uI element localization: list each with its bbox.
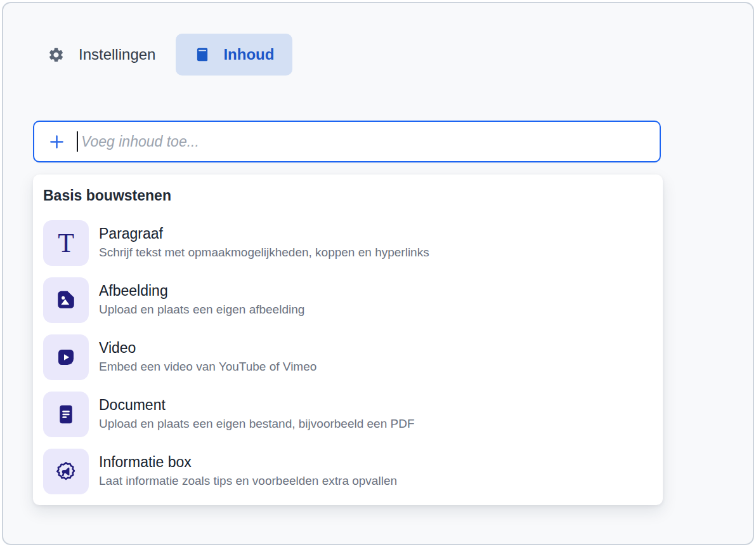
content-editor-card: Instellingen Inhoud Basis bouwstenen — [2, 2, 754, 545]
tab-bar: Instellingen Inhoud — [33, 34, 661, 76]
image-icon — [55, 289, 77, 312]
plus-icon — [48, 133, 66, 151]
block-item-informatie-box[interactable]: Informatie box Laat informatie zoals tip… — [43, 449, 653, 494]
block-description: Upload en plaats een eigen bestand, bijv… — [99, 416, 415, 432]
gear-icon — [48, 46, 65, 63]
block-title: Paragraaf — [99, 225, 429, 242]
tab-inhoud[interactable]: Inhoud — [176, 34, 292, 76]
tab-instellingen[interactable]: Instellingen — [48, 46, 155, 63]
video-icon — [55, 346, 77, 369]
text-caret — [77, 131, 78, 152]
block-title: Video — [99, 339, 316, 357]
block-item-afbeelding[interactable]: Afbeelding Upload en plaats een eigen af… — [43, 277, 653, 323]
block-description: Laat informatie zoals tips en voorbeelde… — [99, 473, 397, 489]
tab-inhoud-label: Inhoud — [223, 46, 274, 63]
block-icon-box: T — [43, 220, 89, 266]
block-description: Embed een video van YouTube of Vimeo — [99, 359, 316, 374]
block-item-paragraaf[interactable]: T Paragraaf Schrijf tekst met opmaakmoge… — [43, 220, 653, 266]
tab-instellingen-label: Instellingen — [79, 46, 155, 63]
block-title: Informatie box — [99, 453, 397, 471]
add-content-input[interactable] — [81, 122, 660, 161]
block-description: Schrijf tekst met opmaakmogelijkheden, k… — [99, 245, 429, 260]
book-icon — [194, 46, 211, 63]
text-icon: T — [58, 230, 74, 256]
block-icon-box — [43, 334, 89, 380]
block-description: Upload en plaats een eigen afbeelding — [99, 302, 304, 317]
content-blocks-panel: Basis bouwstenen T Paragraaf Schrijf tek… — [33, 175, 663, 505]
panel-heading: Basis bouwstenen — [43, 187, 653, 204]
block-icon-box — [43, 449, 89, 494]
block-title: Afbeelding — [99, 282, 304, 300]
block-item-video[interactable]: Video Embed een video van YouTube of Vim… — [43, 334, 653, 380]
block-icon-box — [43, 277, 89, 323]
add-content-field — [33, 121, 661, 162]
document-icon — [55, 403, 77, 426]
announcement-icon — [55, 460, 77, 483]
block-item-document[interactable]: Document Upload en plaats een eigen best… — [43, 392, 653, 437]
block-title: Document — [99, 396, 415, 414]
block-icon-box — [43, 392, 89, 437]
